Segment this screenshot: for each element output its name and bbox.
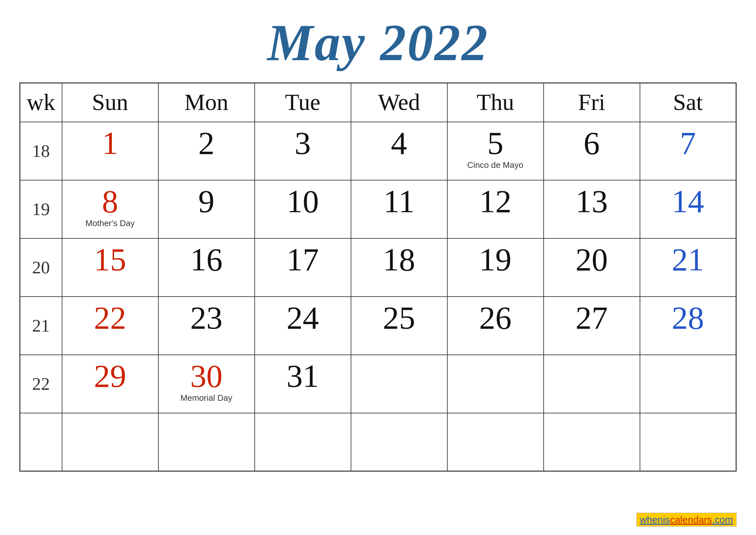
- day-cell-2-1: 16: [158, 239, 255, 296]
- day-cell-5-0: [62, 413, 158, 471]
- day-cell-2-0: 15: [62, 239, 158, 296]
- logo-link[interactable]: wheniscalendars.com: [636, 513, 737, 526]
- day-num-1-1: 9: [162, 185, 251, 218]
- day-num-0-4: 5: [451, 127, 540, 159]
- day-cell-2-2: 17: [255, 239, 351, 296]
- wk-num-3: 21: [20, 296, 62, 355]
- day-cell-4-6: [640, 355, 736, 413]
- header-row: wk Sun Mon Tue Wed Thu Fri Sat: [20, 83, 736, 122]
- day-cell-1-6: 14: [640, 180, 736, 239]
- day-num-2-3: 18: [355, 243, 444, 276]
- day-cell-0-6: 7: [640, 122, 736, 180]
- header-tue: Tue: [255, 83, 351, 122]
- calendar-page: May 2022 wk Sun Mon Tue Wed Thu Fri Sat …: [0, 0, 756, 535]
- week-row-5: [20, 413, 736, 471]
- week-row-1: 198Mother's Day91011121314: [20, 180, 736, 239]
- day-num-1-4: 12: [451, 185, 540, 218]
- calendar-title: May 2022: [267, 13, 489, 73]
- day-num-2-1: 16: [162, 243, 251, 276]
- header-wk: wk: [20, 83, 62, 122]
- day-cell-5-2: [255, 413, 351, 471]
- day-cell-1-2: 10: [255, 180, 351, 239]
- day-num-4-1: 30: [162, 360, 251, 392]
- day-cell-2-5: 20: [544, 239, 640, 296]
- week-row-2: 2015161718192021: [20, 239, 736, 296]
- day-cell-0-4: 5Cinco de Mayo: [447, 122, 544, 180]
- logo-text-end: .com: [712, 514, 733, 525]
- day-cell-5-4: [447, 413, 544, 471]
- day-num-3-2: 24: [258, 302, 347, 334]
- day-cell-3-3: 25: [351, 296, 447, 355]
- day-cell-4-1: 30Memorial Day: [158, 355, 255, 413]
- week-row-4: 222930Memorial Day31: [20, 355, 736, 413]
- header-mon: Mon: [158, 83, 255, 122]
- day-cell-1-4: 12: [447, 180, 544, 239]
- logo-area: wheniscalendars.com: [636, 514, 737, 525]
- week-row-3: 2122232425262728: [20, 296, 736, 355]
- day-cell-4-5: [544, 355, 640, 413]
- day-num-3-6: 28: [643, 302, 733, 334]
- day-num-1-3: 11: [355, 185, 444, 218]
- day-cell-0-0: 1: [62, 122, 158, 180]
- day-num-4-2: 31: [258, 360, 347, 392]
- day-num-2-0: 15: [66, 243, 155, 276]
- logo-text-black: whenis: [640, 514, 670, 525]
- day-num-1-2: 10: [258, 185, 347, 218]
- day-cell-4-2: 31: [255, 355, 351, 413]
- day-num-0-6: 7: [643, 127, 733, 159]
- day-num-1-0: 8: [66, 185, 155, 218]
- header-sat: Sat: [640, 83, 736, 122]
- day-cell-1-0: 8Mother's Day: [62, 180, 158, 239]
- day-cell-4-3: [351, 355, 447, 413]
- day-num-3-1: 23: [162, 302, 251, 334]
- day-cell-4-0: 29: [62, 355, 158, 413]
- day-num-2-2: 17: [258, 243, 347, 276]
- wk-num-2: 20: [20, 239, 62, 296]
- day-num-2-4: 19: [451, 243, 540, 276]
- day-cell-5-3: [351, 413, 447, 471]
- wk-num-0: 18: [20, 122, 62, 180]
- wk-num-4: 22: [20, 355, 62, 413]
- header-thu: Thu: [447, 83, 544, 122]
- day-num-0-5: 6: [547, 127, 636, 159]
- day-cell-0-1: 2: [158, 122, 255, 180]
- header-sun: Sun: [62, 83, 158, 122]
- day-cell-3-1: 23: [158, 296, 255, 355]
- day-num-1-6: 14: [643, 185, 733, 218]
- day-cell-1-5: 13: [544, 180, 640, 239]
- day-cell-3-6: 28: [640, 296, 736, 355]
- day-cell-1-1: 9: [158, 180, 255, 239]
- day-cell-0-3: 4: [351, 122, 447, 180]
- day-cell-3-5: 27: [544, 296, 640, 355]
- day-cell-3-0: 22: [62, 296, 158, 355]
- day-cell-0-5: 6: [544, 122, 640, 180]
- holiday-label-1-0: Mother's Day: [66, 218, 155, 228]
- header-fri: Fri: [544, 83, 640, 122]
- day-num-2-5: 20: [547, 243, 636, 276]
- day-num-0-0: 1: [66, 127, 155, 159]
- day-cell-2-4: 19: [447, 239, 544, 296]
- header-wed: Wed: [351, 83, 447, 122]
- day-num-3-3: 25: [355, 302, 444, 334]
- day-num-0-3: 4: [355, 127, 444, 159]
- week-row-0: 1812345Cinco de Mayo67: [20, 122, 736, 180]
- day-num-3-5: 27: [547, 302, 636, 334]
- day-num-3-0: 22: [66, 302, 155, 334]
- day-num-1-5: 13: [547, 185, 636, 218]
- day-cell-2-6: 21: [640, 239, 736, 296]
- day-cell-0-2: 3: [255, 122, 351, 180]
- holiday-label-4-1: Memorial Day: [162, 393, 251, 403]
- day-cell-3-4: 26: [447, 296, 544, 355]
- day-num-2-6: 21: [643, 243, 733, 276]
- day-num-3-4: 26: [451, 302, 540, 334]
- day-cell-3-2: 24: [255, 296, 351, 355]
- day-cell-4-4: [447, 355, 544, 413]
- holiday-label-0-4: Cinco de Mayo: [451, 160, 540, 170]
- logo-text-red: calendars: [670, 514, 712, 525]
- day-cell-2-3: 18: [351, 239, 447, 296]
- day-num-4-0: 29: [66, 360, 155, 392]
- day-cell-1-3: 11: [351, 180, 447, 239]
- wk-num-1: 19: [20, 180, 62, 239]
- day-num-0-2: 3: [258, 127, 347, 159]
- day-cell-5-6: [640, 413, 736, 471]
